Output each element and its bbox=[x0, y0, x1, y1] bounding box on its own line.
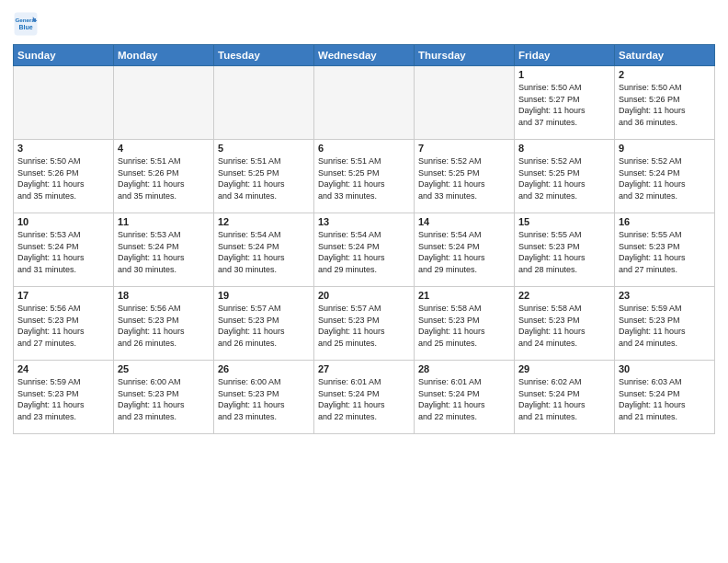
cell-info: Sunrise: 5:51 AMSunset: 5:26 PMDaylight:… bbox=[118, 155, 210, 201]
cell-info: Sunrise: 6:02 AMSunset: 5:24 PMDaylight:… bbox=[518, 376, 610, 422]
calendar-cell bbox=[14, 66, 114, 140]
logo-icon: General Blue bbox=[13, 11, 39, 37]
calendar-cell bbox=[114, 66, 214, 140]
calendar-cell: 13Sunrise: 5:54 AMSunset: 5:24 PMDayligh… bbox=[314, 213, 415, 287]
page: General Blue SundayMondayTuesdayWednesda… bbox=[0, 0, 728, 563]
day-number: 30 bbox=[619, 363, 711, 374]
day-number: 7 bbox=[418, 143, 510, 154]
cell-info: Sunrise: 6:00 AMSunset: 5:23 PMDaylight:… bbox=[118, 376, 210, 422]
calendar-cell: 6Sunrise: 5:51 AMSunset: 5:25 PMDaylight… bbox=[314, 140, 415, 213]
calendar-cell: 2Sunrise: 5:50 AMSunset: 5:26 PMDaylight… bbox=[615, 66, 715, 140]
day-number: 8 bbox=[518, 143, 610, 154]
calendar-cell: 12Sunrise: 5:54 AMSunset: 5:24 PMDayligh… bbox=[214, 213, 314, 287]
calendar-cell: 24Sunrise: 5:59 AMSunset: 5:23 PMDayligh… bbox=[14, 361, 114, 434]
cell-info: Sunrise: 5:51 AMSunset: 5:25 PMDaylight:… bbox=[218, 155, 310, 201]
day-number: 3 bbox=[17, 143, 109, 154]
cell-info: Sunrise: 5:58 AMSunset: 5:23 PMDaylight:… bbox=[518, 303, 610, 349]
cell-info: Sunrise: 5:55 AMSunset: 5:23 PMDaylight:… bbox=[619, 229, 711, 275]
calendar-cell: 26Sunrise: 6:00 AMSunset: 5:23 PMDayligh… bbox=[214, 361, 314, 434]
day-number: 17 bbox=[17, 290, 109, 301]
cell-info: Sunrise: 5:55 AMSunset: 5:23 PMDaylight:… bbox=[518, 229, 610, 275]
day-number: 28 bbox=[418, 363, 510, 374]
calendar-cell: 16Sunrise: 5:55 AMSunset: 5:23 PMDayligh… bbox=[615, 213, 715, 287]
day-number: 4 bbox=[118, 143, 210, 154]
day-number: 26 bbox=[218, 363, 310, 374]
week-row-1: 3Sunrise: 5:50 AMSunset: 5:26 PMDaylight… bbox=[14, 140, 715, 213]
weekday-header-thursday: Thursday bbox=[415, 45, 515, 66]
week-row-0: 1Sunrise: 5:50 AMSunset: 5:27 PMDaylight… bbox=[14, 66, 715, 140]
calendar-cell bbox=[214, 66, 314, 140]
calendar-table: SundayMondayTuesdayWednesdayThursdayFrid… bbox=[13, 44, 715, 434]
day-number: 22 bbox=[518, 290, 610, 301]
cell-info: Sunrise: 5:57 AMSunset: 5:23 PMDaylight:… bbox=[218, 303, 310, 349]
cell-info: Sunrise: 6:00 AMSunset: 5:23 PMDaylight:… bbox=[218, 376, 310, 422]
calendar-cell: 22Sunrise: 5:58 AMSunset: 5:23 PMDayligh… bbox=[515, 287, 615, 361]
weekday-header-wednesday: Wednesday bbox=[314, 45, 415, 66]
calendar-cell: 21Sunrise: 5:58 AMSunset: 5:23 PMDayligh… bbox=[415, 287, 515, 361]
calendar-cell bbox=[314, 66, 415, 140]
cell-info: Sunrise: 6:01 AMSunset: 5:24 PMDaylight:… bbox=[318, 376, 410, 422]
cell-info: Sunrise: 6:03 AMSunset: 5:24 PMDaylight:… bbox=[619, 376, 711, 422]
calendar-cell: 10Sunrise: 5:53 AMSunset: 5:24 PMDayligh… bbox=[14, 213, 114, 287]
calendar-cell: 25Sunrise: 6:00 AMSunset: 5:23 PMDayligh… bbox=[114, 361, 214, 434]
cell-info: Sunrise: 5:57 AMSunset: 5:23 PMDaylight:… bbox=[318, 303, 410, 349]
day-number: 19 bbox=[218, 290, 310, 301]
day-number: 11 bbox=[118, 216, 210, 227]
calendar-cell: 14Sunrise: 5:54 AMSunset: 5:24 PMDayligh… bbox=[415, 213, 515, 287]
logo: General Blue bbox=[13, 11, 42, 37]
cell-info: Sunrise: 5:51 AMSunset: 5:25 PMDaylight:… bbox=[318, 155, 410, 201]
day-number: 14 bbox=[418, 216, 510, 227]
calendar-cell: 15Sunrise: 5:55 AMSunset: 5:23 PMDayligh… bbox=[515, 213, 615, 287]
cell-info: Sunrise: 5:58 AMSunset: 5:23 PMDaylight:… bbox=[418, 303, 510, 349]
calendar-cell: 28Sunrise: 6:01 AMSunset: 5:24 PMDayligh… bbox=[415, 361, 515, 434]
day-number: 2 bbox=[619, 69, 711, 80]
calendar-cell: 23Sunrise: 5:59 AMSunset: 5:23 PMDayligh… bbox=[615, 287, 715, 361]
calendar-cell: 8Sunrise: 5:52 AMSunset: 5:25 PMDaylight… bbox=[515, 140, 615, 213]
weekday-header-friday: Friday bbox=[515, 45, 615, 66]
day-number: 21 bbox=[418, 290, 510, 301]
header: General Blue bbox=[13, 11, 715, 37]
cell-info: Sunrise: 5:59 AMSunset: 5:23 PMDaylight:… bbox=[619, 303, 711, 349]
cell-info: Sunrise: 5:54 AMSunset: 5:24 PMDaylight:… bbox=[418, 229, 510, 275]
cell-info: Sunrise: 5:54 AMSunset: 5:24 PMDaylight:… bbox=[218, 229, 310, 275]
calendar-cell bbox=[415, 66, 515, 140]
weekday-header-saturday: Saturday bbox=[615, 45, 715, 66]
day-number: 9 bbox=[619, 143, 711, 154]
calendar-cell: 18Sunrise: 5:56 AMSunset: 5:23 PMDayligh… bbox=[114, 287, 214, 361]
day-number: 27 bbox=[318, 363, 410, 374]
cell-info: Sunrise: 5:56 AMSunset: 5:23 PMDaylight:… bbox=[17, 303, 109, 349]
calendar-cell: 4Sunrise: 5:51 AMSunset: 5:26 PMDaylight… bbox=[114, 140, 214, 213]
day-number: 5 bbox=[218, 143, 310, 154]
day-number: 1 bbox=[518, 69, 610, 80]
cell-info: Sunrise: 5:53 AMSunset: 5:24 PMDaylight:… bbox=[118, 229, 210, 275]
week-row-4: 24Sunrise: 5:59 AMSunset: 5:23 PMDayligh… bbox=[14, 361, 715, 434]
cell-info: Sunrise: 5:50 AMSunset: 5:27 PMDaylight:… bbox=[518, 82, 610, 128]
calendar-cell: 9Sunrise: 5:52 AMSunset: 5:24 PMDaylight… bbox=[615, 140, 715, 213]
calendar-cell: 19Sunrise: 5:57 AMSunset: 5:23 PMDayligh… bbox=[214, 287, 314, 361]
weekday-header-sunday: Sunday bbox=[14, 45, 114, 66]
calendar-cell: 3Sunrise: 5:50 AMSunset: 5:26 PMDaylight… bbox=[14, 140, 114, 213]
cell-info: Sunrise: 5:52 AMSunset: 5:25 PMDaylight:… bbox=[518, 155, 610, 201]
weekday-header-row: SundayMondayTuesdayWednesdayThursdayFrid… bbox=[14, 45, 715, 66]
calendar-cell: 11Sunrise: 5:53 AMSunset: 5:24 PMDayligh… bbox=[114, 213, 214, 287]
cell-info: Sunrise: 5:52 AMSunset: 5:24 PMDaylight:… bbox=[619, 155, 711, 201]
day-number: 15 bbox=[518, 216, 610, 227]
calendar-cell: 27Sunrise: 6:01 AMSunset: 5:24 PMDayligh… bbox=[314, 361, 415, 434]
calendar-cell: 7Sunrise: 5:52 AMSunset: 5:25 PMDaylight… bbox=[415, 140, 515, 213]
day-number: 20 bbox=[318, 290, 410, 301]
calendar-cell: 5Sunrise: 5:51 AMSunset: 5:25 PMDaylight… bbox=[214, 140, 314, 213]
calendar-cell: 1Sunrise: 5:50 AMSunset: 5:27 PMDaylight… bbox=[515, 66, 615, 140]
weekday-header-monday: Monday bbox=[114, 45, 214, 66]
week-row-2: 10Sunrise: 5:53 AMSunset: 5:24 PMDayligh… bbox=[14, 213, 715, 287]
cell-info: Sunrise: 5:54 AMSunset: 5:24 PMDaylight:… bbox=[318, 229, 410, 275]
cell-info: Sunrise: 5:53 AMSunset: 5:24 PMDaylight:… bbox=[17, 229, 109, 275]
weekday-header-tuesday: Tuesday bbox=[214, 45, 314, 66]
day-number: 25 bbox=[118, 363, 210, 374]
day-number: 24 bbox=[17, 363, 109, 374]
day-number: 29 bbox=[518, 363, 610, 374]
cell-info: Sunrise: 6:01 AMSunset: 5:24 PMDaylight:… bbox=[418, 376, 510, 422]
week-row-3: 17Sunrise: 5:56 AMSunset: 5:23 PMDayligh… bbox=[14, 287, 715, 361]
calendar-cell: 30Sunrise: 6:03 AMSunset: 5:24 PMDayligh… bbox=[615, 361, 715, 434]
cell-info: Sunrise: 5:50 AMSunset: 5:26 PMDaylight:… bbox=[619, 82, 711, 128]
calendar-cell: 29Sunrise: 6:02 AMSunset: 5:24 PMDayligh… bbox=[515, 361, 615, 434]
